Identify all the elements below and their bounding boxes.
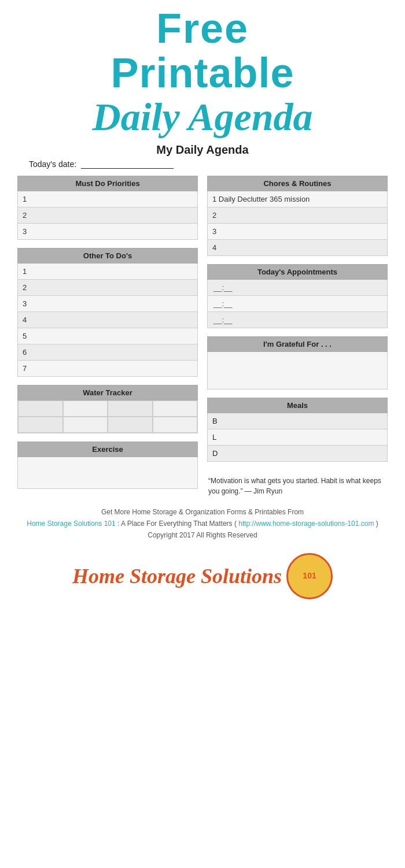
must-do-row-3: 3 xyxy=(17,224,198,240)
other-todos-row-6: 6 xyxy=(17,344,198,361)
water-cell-6 xyxy=(63,417,108,433)
header: Free Printable Daily Agenda My Daily Age… xyxy=(17,0,388,169)
must-do-section: Must Do Priorities 1 2 3 xyxy=(17,176,198,240)
subtitle: My Daily Agenda xyxy=(17,143,388,157)
title-free: Free xyxy=(17,6,388,51)
grateful-box xyxy=(207,352,388,390)
water-tracker-grid xyxy=(17,400,198,433)
footer-line1: Get More Home Storage & Organization For… xyxy=(17,506,388,518)
other-todos-row-3: 3 xyxy=(17,296,198,312)
exercise-header: Exercise xyxy=(17,442,198,457)
other-todos-row-7: 7 xyxy=(17,361,198,377)
footer-line3: Copyright 2017 All Rights Reserved xyxy=(17,529,388,541)
appointments-section: Today's Appointments __:__ __:__ __:__ xyxy=(207,264,388,328)
date-line: Today's date: xyxy=(17,159,388,169)
col-right: Chores & Routines 1 Daily Declutter 365 … xyxy=(207,176,388,497)
other-todos-row-5: 5 xyxy=(17,328,198,344)
water-cell-5 xyxy=(18,417,63,433)
col-left: Must Do Priorities 1 2 3 Other To Do's 1… xyxy=(17,176,198,497)
meals-row-lunch: L xyxy=(207,429,388,446)
must-do-row-1: 1 xyxy=(17,191,198,207)
footer-link-url[interactable]: http://www.home-storage-solutions-101.co… xyxy=(238,520,374,528)
logo-badge-text: 101 xyxy=(303,571,316,581)
date-label: Today's date: xyxy=(29,159,76,169)
meals-row-dinner: D xyxy=(207,446,388,462)
grateful-header: I'm Grateful For . . . xyxy=(207,336,388,352)
other-todos-row-2: 2 xyxy=(17,280,198,296)
footer-line2: Home Storage Solutions 101 : A Place For… xyxy=(17,518,388,529)
other-todos-section: Other To Do's 1 2 3 4 5 6 7 xyxy=(17,248,198,377)
appt-row-2: __:__ xyxy=(207,296,388,312)
title-daily-agenda: Daily Agenda xyxy=(17,95,388,139)
logo-text: Home Storage Solutions xyxy=(72,564,282,588)
footer-post: ) xyxy=(376,520,378,528)
water-cell-7 xyxy=(108,417,153,433)
main-grid: Must Do Priorities 1 2 3 Other To Do's 1… xyxy=(17,176,388,497)
chores-row-2: 2 xyxy=(207,207,388,224)
footer: Get More Home Storage & Organization For… xyxy=(17,506,388,541)
appt-row-3: __:__ xyxy=(207,312,388,328)
water-tracker-header: Water Tracker xyxy=(17,385,198,400)
chores-row-1: 1 Daily Declutter 365 mission xyxy=(207,191,388,207)
quote: “Motivation is what gets you started. Ha… xyxy=(207,476,388,496)
water-cell-3 xyxy=(108,400,153,417)
water-cell-1 xyxy=(18,400,63,417)
logo-badge: 101 xyxy=(286,553,333,599)
other-todos-row-1: 1 xyxy=(17,264,198,280)
chores-header: Chores & Routines xyxy=(207,176,388,191)
water-tracker-section: Water Tracker xyxy=(17,385,198,433)
water-cell-8 xyxy=(153,417,198,433)
footer-mid: : A Place For Everything That Matters ( xyxy=(117,520,237,528)
meals-row-breakfast: B xyxy=(207,413,388,429)
appt-row-1: __:__ xyxy=(207,280,388,296)
water-cell-2 xyxy=(63,400,108,417)
footer-link-name[interactable]: Home Storage Solutions 101 xyxy=(27,520,115,528)
chores-section: Chores & Routines 1 Daily Declutter 365 … xyxy=(207,176,388,256)
water-cell-4 xyxy=(153,400,198,417)
appointments-header: Today's Appointments xyxy=(207,264,388,280)
chores-row-4: 4 xyxy=(207,240,388,256)
meals-section: Meals B L D xyxy=(207,398,388,462)
other-todos-row-4: 4 xyxy=(17,312,198,328)
chores-row-3: 3 xyxy=(207,224,388,240)
other-todos-header: Other To Do's xyxy=(17,248,198,264)
title-printable: Printable xyxy=(17,51,388,95)
exercise-box xyxy=(17,457,198,489)
logo-area: Home Storage Solutions 101 xyxy=(17,547,388,605)
page: Free Printable Daily Agenda My Daily Age… xyxy=(0,0,405,617)
meals-header: Meals xyxy=(207,398,388,413)
date-underline xyxy=(81,159,174,169)
must-do-row-2: 2 xyxy=(17,207,198,224)
grateful-section: I'm Grateful For . . . xyxy=(207,336,388,390)
must-do-header: Must Do Priorities xyxy=(17,176,198,191)
exercise-section: Exercise xyxy=(17,442,198,489)
